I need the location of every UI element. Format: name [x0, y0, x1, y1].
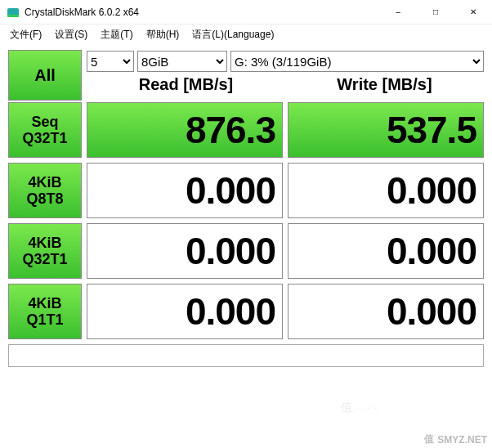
- write-value: 0.000: [288, 284, 484, 339]
- content-area: All 5 8GiB G: 3% (3/119GiB) Read [MB/s] …: [0, 44, 492, 367]
- watermark-icon: 值: [424, 432, 434, 446]
- app-icon: [7, 6, 20, 19]
- test-button-4kib-q8t8[interactable]: 4KiBQ8T8: [8, 163, 82, 218]
- runs-select[interactable]: 5: [87, 51, 134, 72]
- result-row: SeqQ32T1876.3537.5: [8, 102, 484, 158]
- drive-select[interactable]: G: 3% (3/119GiB): [230, 51, 484, 72]
- window-title: CrystalDiskMark 6.0.2 x64: [25, 7, 379, 18]
- watermark: 值 SMYZ.NET: [424, 432, 487, 446]
- read-value: 876.3: [87, 102, 283, 158]
- menubar: 文件(F) 设置(S) 主题(T) 帮助(H) 语言(L)(Language): [0, 25, 492, 44]
- write-value: 537.5: [288, 102, 484, 158]
- test-button-4kib-q1t1[interactable]: 4KiBQ1T1: [8, 284, 82, 339]
- write-header: Write [MB/s]: [285, 75, 484, 100]
- write-value: 0.000: [288, 163, 484, 218]
- minimize-button[interactable]: –: [379, 0, 417, 25]
- menu-theme[interactable]: 主题(T): [96, 26, 137, 43]
- size-select[interactable]: 8GiB: [137, 51, 227, 72]
- titlebar: CrystalDiskMark 6.0.2 x64 – □ ✕: [0, 0, 492, 25]
- result-row: 4KiBQ1T10.0000.000: [8, 284, 484, 339]
- run-all-button[interactable]: All: [8, 50, 82, 101]
- result-row: 4KiBQ8T80.0000.000: [8, 163, 484, 218]
- test-label-line2: Q1T1: [26, 311, 63, 328]
- menu-file[interactable]: 文件(F): [5, 26, 47, 43]
- menu-help[interactable]: 帮助(H): [141, 26, 185, 43]
- maximize-button[interactable]: □: [417, 0, 454, 25]
- menu-settings[interactable]: 设置(S): [50, 26, 92, 43]
- close-button[interactable]: ✕: [454, 0, 492, 25]
- menu-language[interactable]: 语言(L)(Language): [187, 26, 279, 43]
- test-button-seq-q32t1[interactable]: SeqQ32T1: [8, 102, 82, 158]
- write-value: 0.000: [288, 223, 484, 279]
- dropdown-row: 5 8GiB G: 3% (3/119GiB): [87, 51, 484, 72]
- read-value: 0.000: [87, 284, 283, 339]
- test-label-line1: 4KiB: [28, 235, 61, 251]
- test-label-line2: Q32T1: [22, 251, 67, 267]
- watermark-ghost: 值 · · · ·: [341, 401, 378, 415]
- result-row: 4KiBQ32T10.0000.000: [8, 223, 484, 279]
- results-grid: SeqQ32T1876.3537.54KiBQ8T80.0000.0004KiB…: [8, 102, 484, 339]
- status-bar: [8, 344, 484, 367]
- watermark-text: SMYZ.NET: [437, 434, 487, 446]
- test-label-line1: 4KiB: [28, 174, 61, 190]
- test-label-line2: Q32T1: [22, 130, 67, 146]
- test-label-line1: 4KiB: [28, 295, 61, 311]
- test-label-line1: Seq: [31, 114, 58, 130]
- column-headers: Read [MB/s] Write [MB/s]: [87, 75, 484, 100]
- test-label-line2: Q8T8: [26, 190, 63, 207]
- read-value: 0.000: [87, 223, 283, 279]
- test-button-4kib-q32t1[interactable]: 4KiBQ32T1: [8, 223, 82, 279]
- read-value: 0.000: [87, 163, 283, 218]
- read-header: Read [MB/s]: [87, 75, 285, 100]
- window-controls: – □ ✕: [379, 0, 492, 25]
